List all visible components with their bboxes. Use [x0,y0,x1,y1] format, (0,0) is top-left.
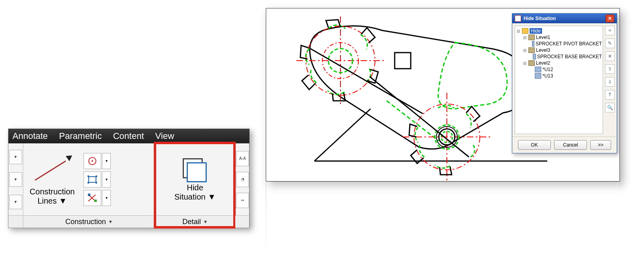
break-button[interactable]: ⇔ [236,193,249,208]
part-icon [532,41,534,47]
dialog-titlebar[interactable]: Hide Situation ✕ [512,14,617,23]
construction-panel-title: Construction [65,218,106,226]
edit-icon[interactable]: ✎ [605,39,615,48]
hide-situation-label-l1: Hide [187,183,203,192]
chevron-down-icon: ▼ [108,219,113,224]
svg-rect-7 [88,194,90,196]
center-mark-icon [87,155,98,167]
part-icon [535,67,541,72]
move-up-icon[interactable]: ⇧ [605,64,615,74]
tab-parametric[interactable]: Parametric [59,131,102,141]
cancel-button[interactable]: Cancel [554,140,587,150]
ribbon-tab-strip: Annotate Parametric Content View [8,129,249,143]
level-icon [528,47,535,53]
expand-button[interactable]: >> [590,140,611,150]
detail-circle-button[interactable]: ◔ [236,172,249,187]
section-line-button[interactable]: A-A [236,151,249,166]
center-mark-dropdown[interactable]: ▾ [102,153,111,169]
svg-rect-5 [88,182,89,184]
center-mark-button[interactable] [84,153,101,169]
chevron-down-icon: ▼ [59,196,67,205]
tab-content[interactable]: Content [113,131,144,141]
part-icon [535,73,541,79]
hide-level-tree[interactable]: Hide Level1 SPROCKET PIVOT BRACKET [515,26,603,134]
app-icon [515,15,521,22]
tree-level-label: Level3 [536,47,550,53]
dialog-title: Hide Situation [524,16,556,21]
tree-item[interactable]: *U12 [530,66,602,73]
delete-icon[interactable]: ✕ [605,51,615,61]
level-icon [528,35,535,40]
dialog-toolbar: ✧ ✎ ✕ ⇧ ⇩ ⤒ 🔍 [605,23,617,137]
tree-item[interactable]: SPROCKET BASE BRACKET [530,53,602,60]
detail-panel-title: Detail [182,218,201,226]
drawing-canvas[interactable]: Hide Situation ✕ Hide [266,8,620,182]
tree-level[interactable]: Level3 [523,47,602,53]
chevron-down-icon: ▼ [203,219,208,224]
tree-item[interactable]: SPROCKET PIVOT BRACKET [530,41,602,47]
zoom-extents-icon[interactable]: 🔍 [605,103,615,112]
construction-lines-label-l1: Construction [30,187,75,196]
ribbon: Annotate Parametric Content View ▾ ▾ ▾ [8,129,250,228]
tab-annotate[interactable]: Annotate [12,131,48,141]
tab-view[interactable]: View [155,131,174,141]
level-icon [528,60,535,66]
assoc-rect-button[interactable] [84,171,101,188]
hide-situation-icon [181,157,209,182]
dropdown-sliver-2[interactable]: ▾ [9,172,22,187]
tree-item[interactable]: *U13 [530,73,602,79]
svg-rect-6 [96,182,97,184]
construction-line-icon [28,153,76,186]
part-icon [533,54,536,59]
tree-item-label: SPROCKET PIVOT BRACKET [536,41,602,47]
new-level-icon[interactable]: ✧ [605,26,615,35]
assoc-erase-dropdown[interactable]: ▾ [102,190,111,206]
ribbon-panel-construction: Construction Lines ▼ ▾ ▾ [23,143,155,228]
svg-rect-3 [88,175,89,177]
chevron-down-icon: ▼ [208,192,216,201]
assoc-rect-icon [87,174,98,185]
dialog-button-row: OK Cancel >> [512,137,617,153]
tree-level-label: Level1 [536,35,550,40]
assoc-erase-button[interactable] [84,190,101,206]
svg-rect-2 [89,177,96,182]
assoc-rect-dropdown[interactable]: ▾ [102,171,111,188]
ribbon-panel-detail: Hide Situation ▼ Detail ▼ [155,143,235,228]
svg-point-1 [92,160,93,162]
ribbon-panel-right-sliver: A-A ◔ ⇔ [235,143,249,228]
tree-level[interactable]: Level2 [523,60,602,66]
ok-button[interactable]: OK [518,140,551,150]
assoc-erase-icon [87,192,98,204]
hide-situation-label-l2: Situation [174,192,206,201]
hide-situation-button[interactable]: Hide Situation ▼ [169,154,220,205]
svg-rect-9 [395,53,411,69]
move-down-icon[interactable]: ⇩ [605,77,615,87]
dropdown-sliver-3[interactable]: ▾ [9,195,22,209]
svg-rect-8 [94,200,97,202]
tree-root-label: Hide [530,28,542,34]
construction-lines-button[interactable]: Construction Lines ▼ [23,150,81,209]
move-top-icon[interactable]: ⤒ [605,90,615,100]
close-icon[interactable]: ✕ [605,14,614,22]
tree-item-label: *U13 [542,73,553,79]
ribbon-panel-left-sliver: ▾ ▾ ▾ [8,143,23,228]
construction-lines-label-l2: Lines [37,196,57,205]
tree-item-label: SPROCKET BASE BRACKET [537,54,602,59]
dropdown-sliver-1[interactable]: ▾ [9,150,22,164]
folder-icon [522,28,528,34]
hide-situation-dialog: Hide Situation ✕ Hide [512,13,617,153]
reflection-decoration [266,182,619,253]
svg-rect-4 [96,175,97,177]
tree-level-label: Level2 [536,60,550,66]
construction-mini-buttons: ▾ ▾ ▾ [84,153,111,206]
tree-root[interactable]: Hide [517,28,602,34]
tree-level[interactable]: Level1 [523,34,602,41]
tree-item-label: *U12 [542,67,553,72]
